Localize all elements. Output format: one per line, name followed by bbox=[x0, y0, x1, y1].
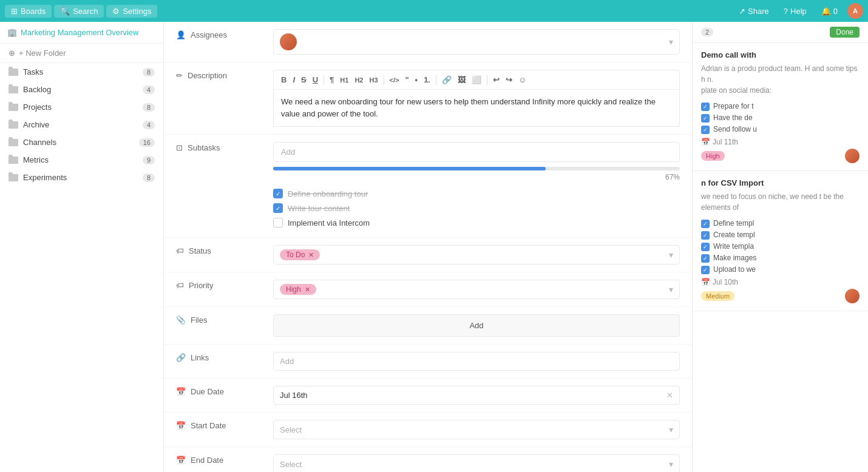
end-date-placeholder: Select bbox=[280, 460, 302, 469]
toolbar-divider-4 bbox=[487, 75, 487, 85]
new-folder-button[interactable]: ⊕ + New Folder bbox=[0, 44, 163, 63]
close-icon[interactable]: ✕ bbox=[666, 391, 673, 400]
files-add-button[interactable]: Add bbox=[273, 314, 680, 337]
due-date-picker[interactable]: Jul 16th ✕ bbox=[273, 386, 680, 405]
rp-count-badge: 2 bbox=[701, 28, 713, 36]
subtask-checkbox-3[interactable] bbox=[273, 218, 283, 228]
settings-button[interactable]: ⚙ Settings bbox=[106, 5, 157, 18]
boards-label: Boards bbox=[21, 7, 46, 16]
rp-subtask-item: Prepare for t bbox=[701, 101, 860, 112]
quote-button[interactable]: " bbox=[402, 74, 411, 86]
rp-subtask-cb bbox=[701, 126, 710, 134]
sidebar-item-tasks[interactable]: Tasks 8 bbox=[0, 63, 163, 81]
sidebar-item-projects[interactable]: Projects 8 bbox=[0, 98, 163, 116]
help-label: Help bbox=[790, 7, 807, 16]
assignees-label: 👤 Assignees bbox=[176, 29, 273, 39]
due-date-content: Jul 16th ✕ bbox=[273, 386, 680, 405]
priority-row: 🏷 Priority High ✕ ▾ bbox=[164, 272, 692, 307]
calendar-icon: 📅 bbox=[701, 138, 710, 146]
underline-button[interactable]: U bbox=[310, 74, 320, 86]
end-date-label: 📅 End Date bbox=[176, 454, 273, 465]
sidebar-item-projects-label: Projects bbox=[23, 103, 52, 112]
rp-card-demo-call-title: Demo call with bbox=[701, 50, 860, 59]
subtask-checkbox-1[interactable] bbox=[273, 189, 283, 198]
rp-badge-medium: Medium bbox=[701, 291, 734, 301]
notifications-count: 0 bbox=[833, 7, 838, 16]
end-date-row: 📅 End Date Select ▾ bbox=[164, 447, 692, 472]
sidebar-item-backlog-label: Backlog bbox=[23, 85, 51, 94]
avatar[interactable]: A bbox=[847, 3, 863, 19]
ul-button[interactable]: • bbox=[413, 74, 421, 86]
folder-icon bbox=[8, 139, 18, 146]
rp-subtask-item: Send follow u bbox=[701, 124, 860, 135]
description-icon: ✏ bbox=[176, 71, 183, 80]
boards-button[interactable]: ⊞ Boards bbox=[5, 5, 52, 18]
assignees-picker[interactable]: ▾ bbox=[273, 29, 680, 55]
sidebar-item-experiments-left: Experiments bbox=[8, 173, 67, 182]
status-picker[interactable]: To Do ✕ ▾ bbox=[273, 245, 680, 265]
link-button[interactable]: 🔗 bbox=[439, 74, 454, 86]
priority-picker[interactable]: High ✕ ▾ bbox=[273, 280, 680, 299]
search-button[interactable]: 🔍 Search bbox=[54, 5, 104, 18]
end-date-content: Select ▾ bbox=[273, 454, 680, 472]
subtasks-icon: ⊡ bbox=[176, 143, 183, 152]
status-tag-remove[interactable]: ✕ bbox=[308, 251, 314, 259]
rp-subtask-cb bbox=[701, 266, 710, 274]
image-button[interactable]: 🖼 bbox=[455, 74, 468, 86]
toolbar-divider bbox=[324, 75, 324, 85]
bold-button[interactable]: B bbox=[279, 74, 289, 86]
share-button[interactable]: ↗ Share bbox=[734, 5, 774, 18]
priority-tag: High ✕ bbox=[280, 284, 316, 295]
boards-icon: ⊞ bbox=[11, 7, 18, 16]
h1-button[interactable]: H1 bbox=[337, 75, 351, 85]
table-button[interactable]: ⬜ bbox=[469, 74, 484, 86]
task-detail: 👤 Assignees ▾ ✏ Description bbox=[164, 22, 692, 472]
ol-button[interactable]: 1. bbox=[421, 74, 433, 86]
folder-icon bbox=[8, 157, 18, 164]
start-date-content: Select ▾ bbox=[273, 420, 680, 439]
status-icon: 🏷 bbox=[176, 246, 184, 255]
assignees-row: 👤 Assignees ▾ bbox=[164, 22, 692, 62]
sidebar-item-backlog[interactable]: Backlog 4 bbox=[0, 81, 163, 98]
h3-button[interactable]: H3 bbox=[367, 75, 380, 85]
h2-button[interactable]: H2 bbox=[352, 75, 365, 85]
priority-icon: 🏷 bbox=[176, 281, 184, 290]
italic-button[interactable]: I bbox=[290, 74, 297, 86]
content-area: 👤 Assignees ▾ ✏ Description bbox=[164, 22, 868, 472]
strikethrough-button[interactable]: S bbox=[299, 74, 309, 86]
help-button[interactable]: ? Help bbox=[779, 5, 812, 18]
rp-subtask-item: Have the de bbox=[701, 112, 860, 124]
undo-button[interactable]: ↩ bbox=[490, 74, 502, 86]
sidebar-item-experiments-label: Experiments bbox=[23, 173, 67, 182]
sidebar-item-archive[interactable]: Archive 4 bbox=[0, 116, 163, 133]
notifications-button[interactable]: 🔔 0 bbox=[816, 5, 843, 18]
end-date-picker[interactable]: Select ▾ bbox=[273, 454, 680, 472]
sidebar-item-experiments[interactable]: Experiments 8 bbox=[0, 169, 163, 186]
rp-card-csv-import-desc: we need to focus on niche, we need t be … bbox=[701, 191, 860, 213]
emoji-button[interactable]: ☺ bbox=[516, 74, 529, 86]
start-date-picker[interactable]: Select ▾ bbox=[273, 420, 680, 439]
links-row: 🔗 Links Add bbox=[164, 345, 692, 379]
description-text[interactable]: We need a new onboarding tour for new us… bbox=[274, 90, 679, 126]
bell-icon: 🔔 bbox=[821, 7, 831, 16]
rp-card-demo-call: Demo call with Adrian is a produ product… bbox=[693, 43, 868, 171]
redo-button[interactable]: ↪ bbox=[503, 74, 515, 86]
code-button[interactable]: </> bbox=[387, 75, 402, 85]
paragraph-button[interactable]: ¶ bbox=[327, 74, 336, 86]
subtask-checkbox-2[interactable] bbox=[273, 203, 283, 213]
links-input[interactable]: Add bbox=[273, 352, 680, 371]
due-date-row: 📅 Due Date Jul 16th ✕ bbox=[164, 379, 692, 413]
files-icon: 📎 bbox=[176, 315, 186, 325]
sidebar-item-channels[interactable]: Channels 16 bbox=[0, 133, 163, 151]
new-folder-label: + New Folder bbox=[19, 49, 66, 58]
subtasks-add[interactable]: Add bbox=[273, 142, 680, 162]
progress-bar-fill bbox=[273, 167, 546, 170]
help-icon: ? bbox=[784, 7, 788, 16]
rp-subtask-cb bbox=[701, 114, 710, 123]
sidebar-item-channels-badge: 16 bbox=[139, 138, 155, 147]
folder-icon bbox=[8, 104, 18, 111]
rp-done-badge: Done bbox=[830, 27, 860, 38]
due-date-value: Jul 16th bbox=[280, 391, 308, 400]
priority-tag-remove[interactable]: ✕ bbox=[305, 286, 310, 294]
sidebar-item-metrics[interactable]: Metrics 9 bbox=[0, 151, 163, 169]
